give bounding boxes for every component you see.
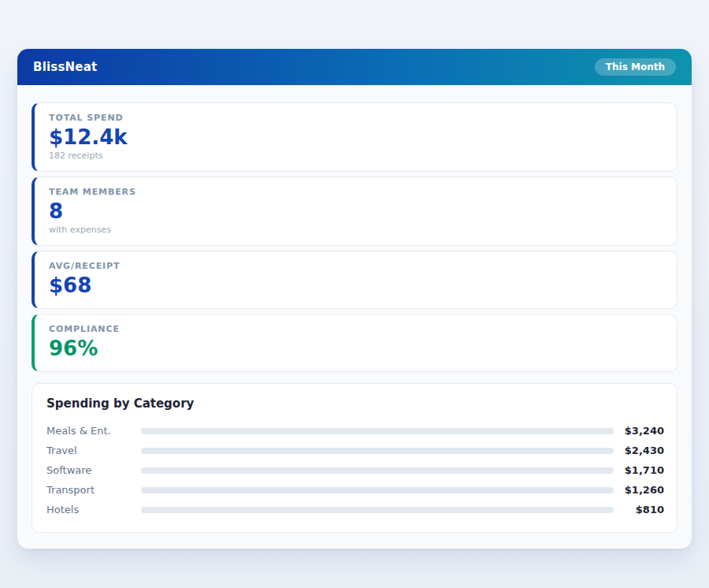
bar-track (141, 487, 614, 493)
category-label: Travel (46, 445, 141, 456)
stat-label: COMPLIANCE (49, 324, 663, 335)
category-value: $1,710 (614, 464, 664, 476)
category-label: Meals & Ent. (46, 425, 141, 437)
category-value: $3,240 (614, 425, 664, 437)
stat-value: $12.4k (49, 124, 663, 151)
bar-track (141, 428, 614, 434)
category-row: Travel $2,430 (46, 441, 664, 460)
category-row: Transport $1,260 (46, 480, 664, 500)
dashboard-card: BlissNeat This Month TOTAL SPEND $12.4k … (17, 49, 692, 549)
bar-track (141, 467, 614, 474)
stat-card-total-spend: TOTAL SPEND $12.4k 182 receipts (32, 102, 677, 172)
stat-value: 96% (49, 335, 663, 362)
bar-track (141, 448, 614, 454)
bar-track (141, 507, 614, 513)
stat-card-avg-receipt: AVG/RECEIPT $68 (32, 251, 677, 309)
category-label: Software (46, 464, 141, 476)
category-row: Hotels $810 (46, 500, 664, 519)
category-label: Transport (46, 484, 141, 496)
app-header: BlissNeat This Month (17, 49, 692, 85)
category-row: Meals & Ent. $3,240 (46, 421, 664, 441)
dashboard-content: TOTAL SPEND $12.4k 182 receipts TEAM MEM… (17, 85, 692, 549)
stat-value: $68 (49, 272, 663, 299)
category-value: $810 (614, 504, 664, 515)
stat-label: AVG/RECEIPT (49, 261, 663, 272)
stat-label: TOTAL SPEND (49, 113, 663, 124)
category-value: $1,260 (614, 484, 664, 496)
app-title: BlissNeat (33, 60, 97, 74)
category-row: Software $1,710 (46, 460, 664, 480)
stat-card-team-members: TEAM MEMBERS 8 with expenses (32, 177, 677, 246)
stat-card-compliance: COMPLIANCE 96% (32, 314, 677, 372)
spending-by-category-card: Spending by Category Meals & Ent. $3,240… (32, 383, 677, 533)
section-title: Spending by Category (46, 396, 664, 411)
category-value: $2,430 (614, 445, 664, 456)
stat-label: TEAM MEMBERS (49, 187, 663, 198)
stat-sub: 182 receipts (49, 151, 663, 162)
stat-value: 8 (49, 198, 663, 225)
category-label: Hotels (46, 504, 141, 515)
stat-sub: with expenses (49, 225, 663, 236)
period-badge[interactable]: This Month (595, 58, 676, 76)
